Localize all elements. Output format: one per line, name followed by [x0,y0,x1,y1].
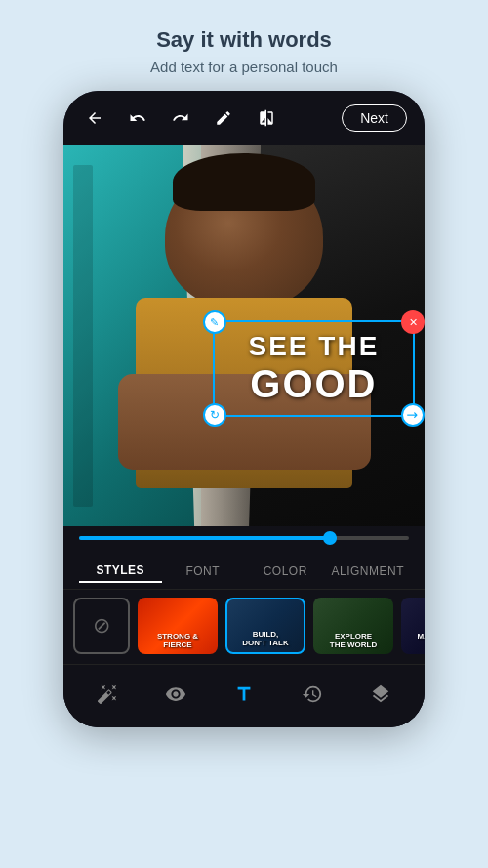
next-button[interactable]: Next [342,104,407,132]
no-style-icon: ⊘ [93,613,110,639]
preset-explore-world[interactable]: EXPLORETHE WORLD [313,598,393,654]
preset-strong-fierce-label: STRONG &FIERCE [157,633,198,650]
top-bar-left [81,104,280,132]
preset-none[interactable]: ⊘ [73,598,130,654]
top-bar-right: Next [342,104,407,132]
phone-frame: Next ✎ ✕ ↻ ↗ SEE THE GOOD [63,91,425,727]
tab-color[interactable]: COLOR [244,560,327,582]
preset-explore-label: EXPLORETHE WORLD [330,633,377,650]
edit-icon[interactable] [210,104,237,132]
top-bar: Next [63,91,425,145]
nav-history-icon[interactable] [295,677,330,712]
slider-track[interactable] [79,536,409,540]
bottom-nav [63,664,425,727]
page-subtitle: Add text for a personal touch [150,59,338,75]
nav-text-icon[interactable] [226,677,262,712]
presets-row: ⊘ STRONG &FIERCE BUILD,DON'T TALK EXPLOR… [63,590,425,664]
slider-fill [79,536,337,540]
tab-alignment[interactable]: ALIGNMENT [327,560,410,582]
bottom-area: STYLES FONT COLOR ALIGNMENT ⊘ STRONG &FI… [63,550,425,727]
nav-magic-icon[interactable] [90,677,125,712]
canvas-area: ✎ ✕ ↻ ↗ SEE THE GOOD [63,145,425,526]
slider-thumb[interactable] [323,531,337,545]
overlay-text-line2: GOOD [223,362,405,405]
back-icon[interactable] [81,104,108,132]
text-selection-box[interactable]: ✎ ✕ ↻ ↗ SEE THE GOOD [213,320,415,417]
preset-make-label: MAKE IT SIGSIGNIFIE [418,633,425,650]
preset-build-dont-talk[interactable]: BUILD,DON'T TALK [225,598,305,654]
preset-make-it[interactable]: MAKE IT SIGSIGNIFIE [401,598,425,654]
nav-layers-icon[interactable] [363,677,398,712]
preset-strong-fierce[interactable]: STRONG &FIERCE [138,598,218,654]
overlay-text-line1: SEE THE [223,332,405,362]
compare-icon[interactable] [253,104,280,132]
selection-edit-handle[interactable]: ✎ [203,310,226,334]
tab-styles[interactable]: STYLES [79,559,162,583]
tab-font[interactable]: FONT [162,560,245,582]
canvas-background: ✎ ✕ ↻ ↗ SEE THE GOOD [63,145,425,526]
page-title: Say it with words [150,27,338,53]
style-tabs: STYLES FONT COLOR ALIGNMENT [63,550,425,590]
nav-eye-icon[interactable] [158,677,193,712]
page-header: Say it with words Add text for a persona… [131,0,357,91]
selection-rotate-handle[interactable]: ↻ [203,403,226,427]
slider-container [63,526,425,550]
undo-icon[interactable] [124,104,151,132]
photo-person-head [165,165,324,310]
redo-icon[interactable] [167,104,194,132]
preset-build-label: BUILD,DON'T TALK [242,631,289,648]
